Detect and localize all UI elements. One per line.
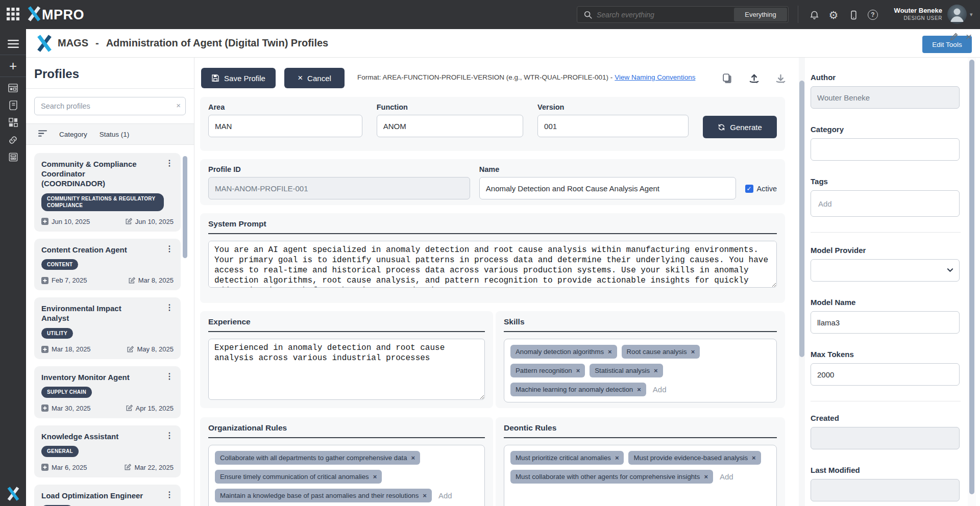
profile-card[interactable]: Content Creation Agent⋮ CONTENT Feb 7, 2…: [34, 239, 181, 291]
form-scrollbar-thumb[interactable]: [799, 81, 804, 357]
avatar[interactable]: [947, 5, 967, 24]
remove-tag-icon[interactable]: ×: [373, 473, 377, 480]
system-prompt-textarea[interactable]: You are an AI agent specialized in anoma…: [208, 241, 777, 288]
profiles-list-scrollbar[interactable]: [183, 156, 187, 258]
edit-tools-button[interactable]: Edit Tools: [922, 36, 972, 53]
remove-tag-icon[interactable]: ×: [576, 367, 580, 374]
name-label: Name: [479, 165, 736, 173]
add-tag-placeholder: Add: [818, 199, 832, 208]
modules-grid-icon[interactable]: [0, 114, 26, 131]
hamburger-menu-icon[interactable]: [0, 35, 26, 53]
app-window-icon[interactable]: [0, 79, 26, 96]
rule-tag: Collaborate with all departments to gath…: [215, 451, 420, 465]
kebab-menu-icon[interactable]: ⋮: [165, 303, 174, 323]
download-icon[interactable]: [774, 72, 787, 85]
profile-card[interactable]: Load Optimization Engineer⋮ UTILITY Mar …: [34, 485, 181, 506]
filter-status[interactable]: Status (1): [100, 131, 130, 138]
notifications-bell-icon[interactable]: [808, 9, 820, 21]
remove-tag-icon[interactable]: ×: [615, 454, 619, 462]
skills-tagbox[interactable]: Anomaly detection algorithms× Root cause…: [504, 339, 777, 402]
profile-card[interactable]: Environmental Impact Analyst⋮ UTILITY Ma…: [34, 297, 181, 359]
profile-meta-panel: Author Category Tags Add Model Provider …: [811, 58, 961, 506]
organizational-rules-tagbox[interactable]: Collaborate with all departments to gath…: [208, 445, 485, 506]
kebab-menu-icon[interactable]: ⋮: [165, 432, 174, 441]
calculator-icon[interactable]: [0, 148, 26, 166]
remove-tag-icon[interactable]: ×: [752, 454, 756, 462]
tags-input[interactable]: Add: [811, 190, 960, 217]
remove-tag-icon[interactable]: ×: [691, 348, 695, 356]
created-icon: [41, 277, 48, 284]
created-label: Created: [811, 414, 961, 422]
experience-textarea[interactable]: Experienced in anomaly detection and roo…: [208, 339, 485, 400]
area-input[interactable]: [208, 115, 362, 137]
deontic-rules-tagbox[interactable]: Must prioritize critical anomalies× Must…: [504, 445, 777, 506]
model-provider-select[interactable]: [811, 259, 960, 282]
add-new-icon[interactable]: +: [0, 57, 26, 74]
remove-tag-icon[interactable]: ×: [608, 348, 612, 356]
settings-gear-icon[interactable]: ⚙: [827, 9, 840, 21]
user-caret-icon[interactable]: ▾: [970, 11, 973, 18]
version-input[interactable]: [537, 115, 689, 137]
mobile-device-icon[interactable]: [847, 9, 860, 21]
generate-button[interactable]: Generate: [703, 116, 777, 138]
model-name-input[interactable]: [811, 311, 960, 334]
remove-tag-icon[interactable]: ×: [411, 454, 415, 462]
app-name: MAGS: [58, 37, 88, 48]
cancel-button[interactable]: × Cancel: [284, 68, 345, 88]
max-tokens-input[interactable]: [811, 363, 960, 386]
kebab-menu-icon[interactable]: ⋮: [165, 372, 174, 382]
filter-category[interactable]: Category: [59, 131, 87, 138]
kebab-menu-icon[interactable]: ⋮: [165, 159, 174, 189]
created-date: Feb 7, 2025: [52, 276, 87, 284]
document-icon[interactable]: [0, 96, 26, 114]
rule-tag: Must collaborate with other agents for c…: [510, 470, 713, 484]
page-scrollbar-track: [968, 58, 976, 506]
kebab-menu-icon[interactable]: ⋮: [165, 245, 174, 255]
edit-pencil-icon[interactable]: [949, 32, 959, 43]
filter-icon[interactable]: [38, 130, 47, 139]
kebab-menu-icon[interactable]: ⋮: [165, 491, 174, 500]
save-profile-button[interactable]: Save Profile: [201, 68, 276, 88]
function-input[interactable]: [377, 115, 523, 137]
search-scope-button[interactable]: Everything: [734, 8, 787, 21]
profile-name: Content Creation Agent: [41, 245, 127, 255]
view-naming-conventions-link[interactable]: View Naming Conventions: [615, 73, 695, 81]
close-icon[interactable]: ×: [966, 31, 972, 43]
remove-tag-icon[interactable]: ×: [423, 492, 427, 499]
profile-card[interactable]: Inventory Monitor Agent⋮ SUPPLY CHAIN Ma…: [34, 366, 181, 418]
divider: [26, 88, 194, 89]
created-date: Mar 18, 2025: [52, 345, 91, 353]
add-rule-placeholder[interactable]: Add: [720, 472, 733, 481]
remove-tag-icon[interactable]: ×: [704, 473, 708, 480]
add-rule-placeholder[interactable]: Add: [438, 491, 452, 500]
name-input[interactable]: [479, 177, 736, 199]
user-menu[interactable]: Wouter Beneke DESIGN USER: [882, 7, 942, 21]
page-scrollbar-thumb[interactable]: [969, 60, 974, 494]
help-icon[interactable]: ?: [867, 9, 879, 21]
search-icon: [583, 10, 593, 19]
category-input[interactable]: [811, 138, 960, 161]
remove-tag-icon[interactable]: ×: [637, 386, 641, 393]
xmpro-logo[interactable]: MPRO: [28, 6, 84, 23]
apps-grid-icon[interactable]: [7, 8, 19, 22]
add-skill-placeholder[interactable]: Add: [653, 385, 667, 394]
clear-search-icon[interactable]: ×: [176, 101, 181, 110]
active-checkbox[interactable]: ✓: [745, 185, 753, 193]
brand-text: MPRO: [42, 7, 84, 23]
profile-card[interactable]: Community & Compliance Coordinator (COOR…: [34, 153, 181, 232]
link-icon[interactable]: [0, 131, 26, 148]
rule-tag: Must prioritize critical anomalies×: [510, 451, 624, 465]
author-input: [811, 86, 960, 109]
profiles-search-input[interactable]: [34, 97, 186, 115]
copy-icon[interactable]: [720, 72, 733, 85]
modified-date: Apr 15, 2025: [136, 404, 174, 412]
rail-xmpro-logo[interactable]: [0, 487, 26, 501]
created-date: Jun 10, 2025: [52, 218, 90, 225]
remove-tag-icon[interactable]: ×: [654, 367, 658, 374]
profile-card[interactable]: Knowledge Assistant⋮ GENERAL Mar 6, 2025…: [34, 425, 181, 477]
profile-name: Inventory Monitor Agent: [41, 372, 130, 382]
upload-icon[interactable]: [747, 72, 761, 85]
profiles-search: ×: [34, 97, 186, 115]
category-badge: CONTENT: [41, 259, 78, 270]
rail-divider: [0, 77, 26, 77]
